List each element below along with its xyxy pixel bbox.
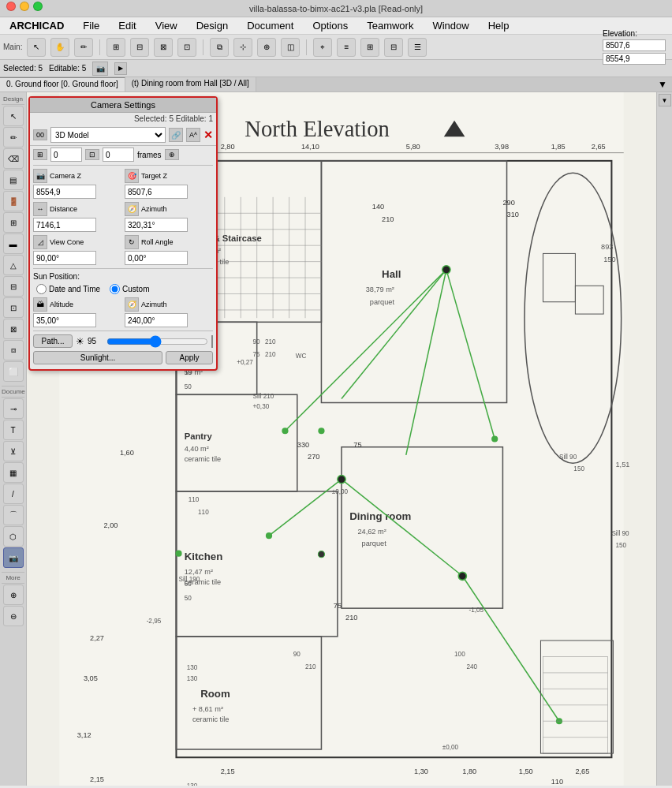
svg-text:ceramic tile: ceramic tile: [192, 715, 229, 723]
tool-roof[interactable]: △: [3, 255, 24, 275]
toolbar-btn1[interactable]: ⊞: [106, 38, 125, 57]
tool-door[interactable]: 🚪: [3, 191, 24, 211]
svg-text:893: 893: [601, 243, 613, 251]
menu-view[interactable]: View: [152, 18, 181, 33]
menu-help[interactable]: Help: [485, 18, 513, 33]
roll-angle-input[interactable]: [125, 251, 188, 265]
date-time-radio[interactable]: Date and Time: [36, 284, 100, 294]
svg-point-132: [318, 551, 324, 558]
azimuth-icon: 🧭: [125, 202, 139, 216]
tool-camera[interactable]: 📷: [3, 547, 24, 568]
panel-tab-3d[interactable]: (t) Dining room from Hall [3D / All]: [125, 77, 256, 91]
link-icon[interactable]: 🔗: [169, 128, 183, 142]
svg-text:1,50: 1,50: [519, 767, 533, 775]
minimize-button[interactable]: [20, 2, 29, 11]
tool-object[interactable]: ⧈: [3, 340, 24, 360]
tool-fill[interactable]: ▦: [3, 462, 24, 483]
close-icon[interactable]: ✕: [203, 129, 213, 141]
svg-text:WC: WC: [296, 353, 307, 360]
elevation-value1[interactable]: [603, 39, 666, 51]
target-z-input[interactable]: [125, 185, 188, 199]
tool-dim[interactable]: ⊸: [3, 398, 24, 419]
tool-column[interactable]: ⊡: [3, 297, 24, 318]
camera-btn[interactable]: 📷: [92, 62, 108, 76]
model-type-select[interactable]: 3D Model: [50, 127, 166, 143]
svg-text:130: 130: [187, 782, 198, 786]
tool-more2[interactable]: ⊖: [3, 606, 24, 626]
tool-line[interactable]: /: [3, 484, 24, 504]
toolbar-btn11[interactable]: ⊞: [360, 38, 379, 57]
menu-design[interactable]: Design: [193, 18, 231, 33]
toolbar-btn4[interactable]: ⊡: [177, 38, 196, 57]
svg-text:50: 50: [185, 383, 192, 390]
tool-beam[interactable]: ⊠: [3, 319, 24, 339]
view-cone-input[interactable]: [33, 251, 96, 265]
azimuth-input[interactable]: [125, 218, 188, 232]
tool-eraser[interactable]: ⌫: [3, 148, 24, 169]
brightness-slider[interactable]: [106, 335, 208, 348]
toolbar-arrow[interactable]: ↖: [27, 38, 46, 57]
tool-arrow[interactable]: ↖: [3, 106, 24, 126]
svg-text:140: 140: [372, 203, 384, 211]
toolbar-pencil[interactable]: ✏: [74, 38, 93, 57]
tool-stair[interactable]: ⊟: [3, 276, 24, 297]
tool-text[interactable]: T: [3, 420, 24, 440]
tool-poly[interactable]: ⬡: [3, 526, 24, 547]
frames-icon[interactable]: ⊕: [165, 149, 179, 160]
custom-radio[interactable]: Custom: [110, 284, 149, 294]
right-panel-btn[interactable]: ▼: [659, 94, 671, 106]
tool-label[interactable]: ⊻: [3, 441, 24, 461]
frame-end-input[interactable]: [103, 148, 134, 162]
close-button[interactable]: [6, 2, 16, 11]
altitude-input[interactable]: [33, 313, 96, 327]
camera-z-input[interactable]: [33, 185, 96, 199]
tool-window[interactable]: ⊞: [3, 212, 24, 233]
text-icon[interactable]: Aᴬ: [186, 128, 200, 142]
sunlight-button[interactable]: Sunlight...: [33, 351, 162, 364]
sidebar-section-design: Design: [2, 94, 24, 105]
tool-wall[interactable]: ▤: [3, 170, 24, 190]
menu-document[interactable]: Document: [244, 18, 297, 33]
maximize-button[interactable]: [33, 2, 43, 11]
svg-text:1,60: 1,60: [120, 449, 134, 457]
toolbar-btn8[interactable]: ◫: [281, 38, 300, 57]
expand-btn[interactable]: ▶: [114, 62, 127, 75]
menu-options[interactable]: Options: [309, 18, 351, 33]
tool-zone[interactable]: ⬜: [3, 361, 24, 382]
svg-point-46: [458, 572, 466, 580]
menu-archicad[interactable]: ARCHICAD: [6, 18, 67, 33]
svg-text:parquet: parquet: [370, 298, 395, 306]
svg-text:210: 210: [345, 614, 357, 622]
toolbar-btn6[interactable]: ⊹: [233, 38, 252, 57]
menu-file[interactable]: File: [80, 18, 103, 33]
panel-tab-floor[interactable]: 0. Ground floor [0. Ground floor]: [0, 77, 125, 91]
toolbar-btn9[interactable]: ⌖: [313, 38, 332, 57]
azimuth2-input[interactable]: [125, 313, 188, 327]
toolbar-btn12[interactable]: ⊟: [384, 38, 403, 57]
3d-icon: 00: [33, 129, 47, 140]
menu-edit[interactable]: Edit: [115, 18, 139, 33]
svg-text:2,80: 2,80: [221, 143, 235, 151]
distance-input[interactable]: [33, 218, 96, 232]
menu-window[interactable]: Window: [429, 18, 472, 33]
path-button[interactable]: Path...: [33, 334, 73, 348]
frame-start-input[interactable]: [50, 148, 82, 162]
toolbar-btn10[interactable]: ≡: [337, 38, 356, 57]
panel-options-btn[interactable]: ▼: [653, 77, 672, 91]
toolbar-btn13[interactable]: ☰: [408, 38, 427, 57]
toolbar-btn5[interactable]: ⧉: [210, 38, 229, 57]
svg-text:2,27: 2,27: [90, 634, 104, 642]
toolbar-btn7[interactable]: ⊕: [257, 38, 276, 57]
toolbar-hand[interactable]: ✋: [50, 38, 69, 57]
apply-button[interactable]: Apply: [166, 351, 213, 364]
menu-teamwork[interactable]: Teamwork: [364, 18, 416, 33]
svg-point-49: [266, 532, 272, 539]
tool-more1[interactable]: ⊕: [3, 584, 24, 605]
tool-pencil[interactable]: ✏: [3, 127, 24, 148]
svg-text:310: 310: [507, 211, 519, 218]
toolbar-btn2[interactable]: ⊟: [130, 38, 149, 57]
elevation-value2[interactable]: [603, 53, 666, 65]
tool-slab[interactable]: ▬: [3, 233, 24, 254]
tool-arc[interactable]: ⌒: [3, 505, 24, 525]
toolbar-btn3[interactable]: ⊠: [154, 38, 173, 57]
